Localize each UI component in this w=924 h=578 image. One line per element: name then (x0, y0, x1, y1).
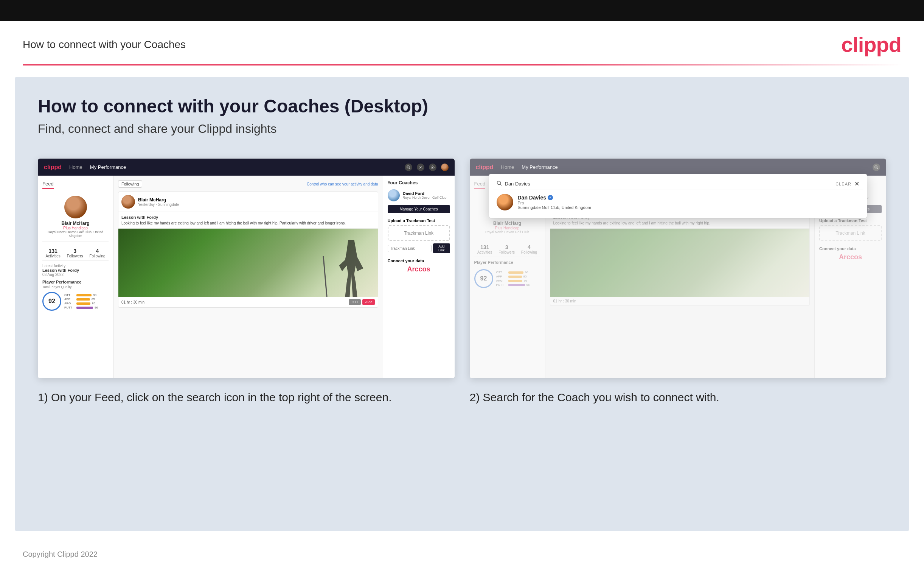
activities-count: 131 (45, 248, 60, 254)
activities-label: Activities (45, 254, 60, 258)
page-title: How to connect with your Coaches (23, 39, 186, 51)
user-stats: 131 Activities 3 Followers 4 Following (42, 246, 108, 261)
search-bar: Dan Davies CLEAR ✕ (493, 178, 864, 190)
mock-right-panel-1: Your Coaches David Ford Royal North Devo… (383, 175, 455, 378)
mock-nav-icons (405, 164, 448, 171)
trackman-title: Upload a Trackman Test (388, 218, 450, 223)
coach-club: Royal North Devon Golf Club (403, 196, 447, 200)
search-input-value[interactable]: Dan Davies (505, 181, 833, 187)
following-button[interactable]: Following (118, 180, 142, 188)
following-count: 4 (89, 248, 105, 254)
mock-nav-icons-2 (872, 164, 880, 171)
search-bar-icon (497, 180, 502, 187)
user-club: Royal North Devon Golf Club, United King… (42, 230, 108, 238)
result-role: Pro (518, 201, 591, 205)
clear-button[interactable]: CLEAR (835, 182, 851, 186)
copyright-text: Copyright Clippd 2022 (23, 550, 97, 559)
mock-nav-home-2: Home (501, 164, 515, 170)
screenshot-block-1: clippd Home My Performance (38, 159, 455, 405)
clippd-logo: clippd (841, 32, 901, 57)
latest-activity-label: Latest Activity (42, 264, 108, 268)
mock-nav-performance-2: My Performance (521, 164, 558, 170)
svg-point-2 (420, 166, 421, 167)
trackman-placeholder: Trackman Link (388, 225, 450, 241)
close-search-button[interactable]: ✕ (854, 180, 859, 187)
svg-point-6 (497, 181, 500, 185)
post-image (118, 229, 378, 297)
score-circle: 92 (42, 292, 61, 311)
latest-activity-name: Lesson with Fordy (42, 268, 108, 273)
mock-app-2: clippd Home My Performance (470, 159, 887, 378)
settings-icon[interactable] (429, 164, 437, 171)
svg-point-4 (875, 166, 877, 168)
post-duration: 01 hr : 30 min OTT APP (118, 297, 378, 307)
following-bar: Following Control who can see your activ… (118, 180, 378, 188)
top-bar (0, 0, 924, 21)
footer: Copyright Clippd 2022 (0, 542, 924, 566)
screenshot-frame-1: clippd Home My Performance (38, 159, 455, 378)
performance-bars-2: OTT90 APP85 ARG86 PUTT96 (496, 270, 530, 287)
coach-name: David Ford (403, 191, 447, 196)
result-avatar (497, 194, 513, 211)
avatar-icon[interactable] (441, 164, 448, 171)
app-button[interactable]: APP (362, 299, 374, 305)
coach-item: David Ford Royal North Devon Golf Club (388, 189, 450, 201)
post-card: Blair McHarg Yesterday · Sunningdale Les… (118, 192, 378, 308)
user-profile: Blair McHarg Plus Handicap Royal North D… (42, 192, 108, 242)
coaches-title: Your Coaches (388, 180, 450, 185)
screenshot-frame-2: clippd Home My Performance (470, 159, 887, 378)
trackman-input[interactable] (388, 245, 432, 252)
screenshot-block-2: clippd Home My Performance (470, 159, 887, 405)
user-name-2: Blair McHarg (474, 221, 540, 226)
svg-point-3 (432, 167, 433, 168)
result-club: Sunningdale Golf Club, United Kingdom (518, 205, 591, 210)
user-icon[interactable] (417, 164, 424, 171)
user-handicap-2: Plus Handicap (474, 226, 540, 230)
step-2-caption: 2) Search for the Coach you wish to conn… (470, 390, 887, 405)
mock-nav-1: clippd Home My Performance (38, 159, 455, 175)
search-icon[interactable] (405, 164, 412, 171)
verified-badge: ✓ (548, 195, 553, 200)
add-link-button[interactable]: Add Link (433, 244, 450, 253)
header-divider (23, 64, 901, 65)
score-circle-2: 92 (474, 269, 493, 288)
performance-title: Player Performance (42, 280, 108, 284)
post-author: Blair McHarg (138, 197, 179, 203)
main-content: How to connect with your Coaches (Deskto… (15, 77, 909, 531)
user-stats-2: 131Activities 3Followers 4Following (474, 242, 540, 257)
result-name: Dan Davies ✓ (518, 195, 591, 201)
post-avatar (121, 195, 135, 209)
user-handicap: Plus Handicap (42, 226, 108, 230)
post-buttons: OTT APP (349, 299, 374, 305)
mock-left-panel-1: Feed Blair McHarg Plus Handicap Royal No… (38, 175, 113, 378)
svg-line-1 (409, 168, 410, 169)
performance-bars: OTT90 APP85 ARG86 PUTT96 (64, 292, 98, 310)
user-club-2: Royal North Devon Golf Club (474, 230, 540, 234)
feed-label-2: Feed (474, 181, 485, 189)
search-result-item[interactable]: Dan Davies ✓ Pro Sunningdale Golf Club, … (493, 190, 864, 214)
post-body: Lesson with Fordy Looking to feel like m… (118, 212, 378, 229)
screenshots-row: clippd Home My Performance (38, 159, 886, 405)
main-title: How to connect with your Coaches (Deskto… (38, 96, 886, 117)
step-1-caption: 1) On your Feed, click on the search ico… (38, 390, 455, 405)
user-avatar (64, 196, 87, 218)
mock-body-1: Feed Blair McHarg Plus Handicap Royal No… (38, 175, 455, 378)
svg-line-7 (500, 184, 502, 186)
control-link[interactable]: Control who can see your activity and da… (307, 182, 378, 186)
connect-title: Connect your data (388, 258, 450, 263)
main-subtitle: Find, connect and share your Clippd insi… (38, 122, 886, 136)
mock-app-1: clippd Home My Performance (38, 159, 455, 378)
header: How to connect with your Coaches clippd (0, 21, 924, 64)
mock-nav-home: Home (69, 164, 83, 170)
svg-line-5 (877, 168, 878, 169)
manage-coaches-button[interactable]: Manage Your Coaches (388, 205, 450, 213)
followers-label: Followers (67, 254, 83, 258)
off-button[interactable]: OTT (349, 299, 361, 305)
search-icon-2[interactable] (872, 164, 880, 171)
post-date: Yesterday · Sunningdale (138, 203, 179, 207)
post-title: Lesson with Fordy (121, 215, 375, 219)
trackman-section: Upload a Trackman Test Trackman Link Add… (388, 218, 450, 253)
mock-nav-performance: My Performance (90, 164, 126, 170)
coach-avatar (388, 189, 400, 201)
mock-nav-2: clippd Home My Performance (470, 159, 887, 175)
